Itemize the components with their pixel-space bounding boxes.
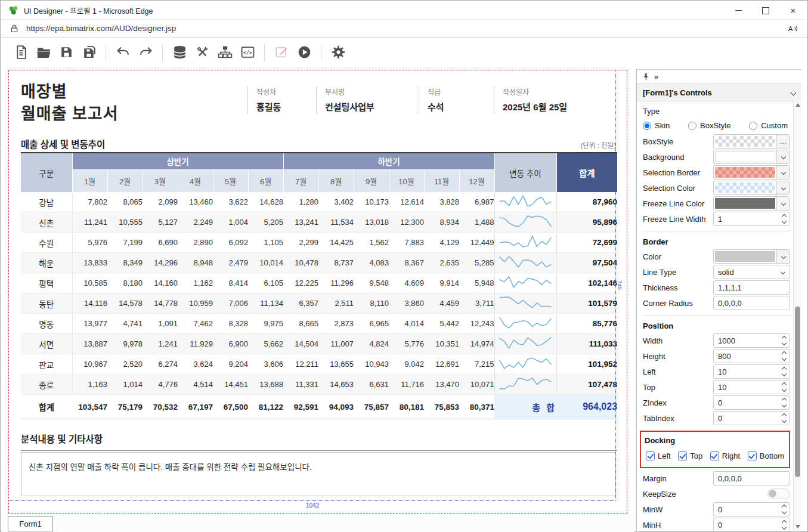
- footer-value-cell: 80,181: [389, 395, 424, 419]
- analysis-box[interactable]: 신촌 지점의 연말 매출 하락 폭이 큽니다. 매출 증대를 위한 전략 수립 …: [21, 452, 616, 496]
- spinner-input[interactable]: 10: [713, 380, 790, 394]
- checkbox-bottom[interactable]: Bottom: [748, 451, 784, 460]
- open-folder-button[interactable]: [32, 42, 55, 64]
- spinner-buttons[interactable]: [782, 365, 786, 378]
- radio-option-custom[interactable]: Custom: [749, 121, 788, 130]
- database-button[interactable]: [168, 42, 191, 64]
- dropdown-button[interactable]: [776, 181, 790, 194]
- dropdown-button[interactable]: [776, 166, 790, 179]
- minimize-button[interactable]: [725, 1, 752, 20]
- radio-option-boxstyle[interactable]: BoxStyle: [688, 121, 730, 130]
- settings-button[interactable]: [327, 42, 349, 64]
- scrollbar-thumb[interactable]: [795, 307, 800, 477]
- value-cell: 8,065: [107, 192, 143, 212]
- text-input[interactable]: 0,0,0,0: [713, 471, 790, 485]
- maximize-button[interactable]: [752, 1, 779, 20]
- text-input[interactable]: 0,0,0,0: [713, 296, 790, 310]
- meta-value: 수석: [428, 100, 494, 113]
- property-control: 0: [713, 502, 790, 516]
- design-canvas[interactable]: 매장별 월매출 보고서 작성자홍길동부서명컨설팅사업부직급수석작성일자2025년…: [8, 70, 627, 514]
- value-cell: 14,578: [107, 293, 143, 314]
- text-input[interactable]: 1,1,1,1: [713, 280, 790, 295]
- dropdown-button[interactable]: [776, 250, 790, 263]
- close-button[interactable]: ×: [779, 1, 807, 20]
- dropdown-button[interactable]: [776, 197, 790, 210]
- spinner-input[interactable]: 0: [713, 518, 790, 531]
- new-file-button[interactable]: [10, 42, 32, 64]
- collapse-panel-icon[interactable]: »: [654, 72, 658, 81]
- spinner-input[interactable]: 800: [713, 349, 790, 363]
- tab-form1[interactable]: Form1: [8, 516, 53, 531]
- save-button[interactable]: [55, 42, 78, 64]
- scroll-down-icon[interactable]: [795, 525, 800, 528]
- panel-scrollbar[interactable]: [793, 101, 801, 531]
- spinner-input[interactable]: 0: [713, 411, 790, 425]
- scroll-up-icon[interactable]: [795, 103, 800, 107]
- spinner-buttons[interactable]: [782, 349, 786, 363]
- read-aloud-icon[interactable]: A: [787, 23, 798, 35]
- spinner-buttons[interactable]: [782, 518, 786, 531]
- value-cell: 13,460: [178, 192, 213, 212]
- report-meta-item: 작성일자2025년 6월 25일: [494, 86, 608, 114]
- color-swatch-control[interactable]: …: [713, 134, 790, 149]
- spinner-input[interactable]: 0: [713, 395, 790, 410]
- property-label: Selection Color: [643, 184, 713, 193]
- checkbox-right[interactable]: Right: [710, 451, 740, 460]
- designer-toolbar: </>: [1, 38, 807, 68]
- spinner-buttons[interactable]: [782, 396, 786, 409]
- docking-checkboxes: LeftTopRightBottom: [645, 447, 785, 465]
- spinner-buttons[interactable]: [782, 381, 786, 394]
- col-header-month: 8월: [318, 169, 354, 192]
- keepsize-toggle[interactable]: [767, 488, 790, 499]
- spinner-input[interactable]: 0: [713, 502, 790, 516]
- dropdown-button[interactable]: [776, 150, 790, 163]
- spinner-input[interactable]: 10: [713, 364, 790, 379]
- sales-table[interactable]: 구분상반기하반기변동 추이합계1월2월3월4월5월6월7월8월9월10월11월1…: [21, 152, 617, 419]
- color-swatch-control[interactable]: [713, 165, 790, 180]
- address-bar[interactable]: https://epa.bimatrix.com/AUD/designer.js…: [1, 20, 807, 38]
- panel-header[interactable]: [Form1]'s Controls: [637, 84, 801, 101]
- save-as-button[interactable]: [78, 42, 100, 64]
- value-cell: 10,071: [459, 375, 494, 395]
- guide-width-label: 1042: [306, 502, 319, 509]
- undo-button[interactable]: [112, 42, 134, 64]
- input-value: 0: [718, 505, 722, 514]
- sales-table-grid[interactable]: 구분상반기하반기변동 추이합계1월2월3월4월5월6월7월8월9월10월11월1…: [21, 152, 617, 419]
- input-value: 1000: [718, 336, 735, 345]
- value-cell: 6,987: [459, 192, 494, 212]
- edit-button[interactable]: [270, 42, 293, 64]
- sitemap-button[interactable]: [213, 42, 236, 64]
- color-swatch-control[interactable]: [713, 181, 790, 195]
- spin-down-icon: [782, 387, 787, 392]
- ellipsis-button[interactable]: …: [776, 135, 790, 148]
- spinner-buttons[interactable]: [782, 412, 786, 425]
- minimize-icon: [735, 10, 742, 11]
- row-name-cell: 종로: [21, 375, 72, 395]
- spinner-buttons[interactable]: [782, 212, 786, 225]
- color-swatch-control[interactable]: [713, 249, 790, 264]
- play-button[interactable]: [293, 42, 315, 64]
- value-cell: 6,965: [354, 314, 389, 334]
- value-cell: 10,014: [248, 253, 283, 273]
- meta-label: 부서명: [325, 86, 419, 97]
- code-button[interactable]: </>: [236, 42, 259, 64]
- trend-cell: [494, 192, 556, 212]
- select-input[interactable]: solid: [713, 265, 790, 279]
- checkbox-top[interactable]: Top: [678, 451, 702, 460]
- spinner-buttons[interactable]: [782, 503, 786, 516]
- pin-icon[interactable]: [642, 73, 650, 81]
- url-text[interactable]: https://epa.bimatrix.com/AUD/designer.js…: [26, 24, 176, 33]
- checkbox-left[interactable]: Left: [646, 451, 671, 460]
- tools-button[interactable]: [191, 42, 213, 64]
- properties-panel: » [Form1]'s Controls TypeSkinBoxStyleCus…: [636, 69, 801, 531]
- row-name-cell: 평택: [21, 273, 72, 293]
- color-swatch-control[interactable]: [713, 150, 790, 164]
- spinner-input[interactable]: 1: [713, 212, 790, 226]
- spinner-buttons[interactable]: [782, 334, 786, 347]
- radio-option-skin[interactable]: Skin: [643, 121, 670, 130]
- spinner-input[interactable]: 1000: [713, 333, 790, 348]
- redo-button[interactable]: [134, 42, 157, 64]
- property-label: Background: [643, 153, 713, 162]
- color-swatch-control[interactable]: [713, 196, 790, 211]
- select-value: solid: [718, 268, 734, 277]
